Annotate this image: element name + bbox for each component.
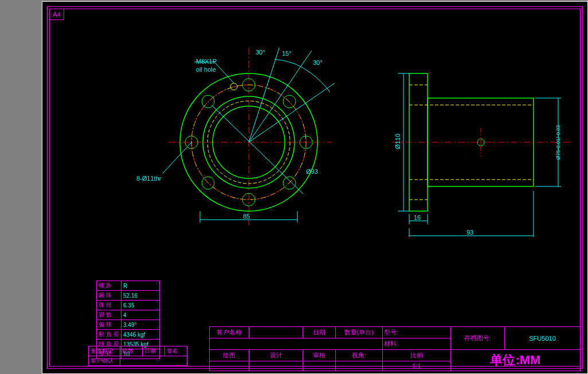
dim-oil2: oil hole [196,66,216,73]
svg-line-26 [214,62,234,83]
dim-a1: 30° [256,49,265,56]
cad-viewport: A4 M8X1P oil hole 30° 15° 30° 8-Ø11thr Ø… [0,0,588,374]
front-view [163,48,335,231]
svg-line-19 [249,50,312,142]
svg-line-24 [163,142,191,180]
revision-table: 更改标记处数日期签名 客户确认 [88,346,187,366]
dim-d75: Ø75-0.01/-0.03 [555,125,561,160]
paper-size-label: A4 [49,9,64,20]
dim-93: 93 [467,229,473,236]
dim-a2: 15° [282,50,292,57]
dim-16: 16 [414,214,421,221]
dim-d93: Ø93 [306,168,318,175]
svg-line-18 [249,48,280,142]
dim-d110: Ø110 [394,134,401,149]
dim-85: 85 [243,213,250,220]
dim-holes: 8-Ø11thr [136,175,161,182]
dim-a3: 30° [313,59,323,66]
dim-oil1: M8X1P [196,58,217,65]
unit-label: 单位:MM [490,353,540,367]
title-block: 客户名称 日期 数量(单台) 型号: 存档图号: SFU5010 材料: 绘图 … [209,326,581,367]
drawing-canvas[interactable]: A4 M8X1P oil hole 30° 15° 30° 8-Ø11thr Ø… [42,1,588,374]
side-view [392,71,575,237]
